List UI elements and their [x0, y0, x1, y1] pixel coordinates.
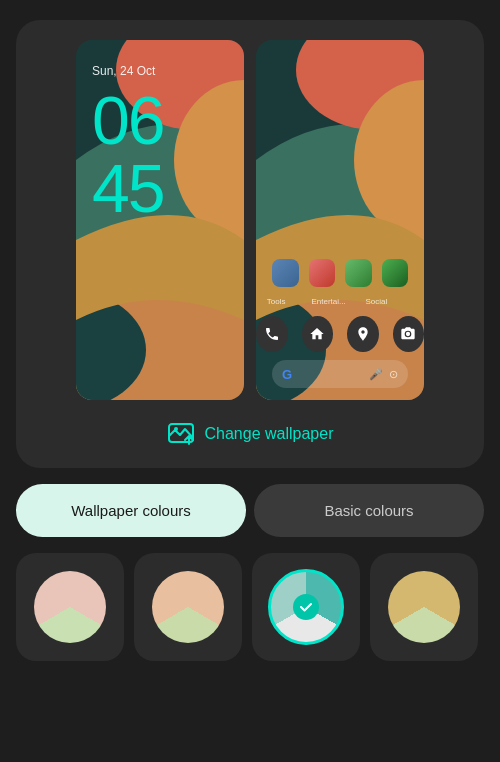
app-labels: Tools Entertai... Social: [256, 297, 424, 306]
swatch-3[interactable]: [252, 553, 360, 661]
search-bar: G 🎤 ⊙: [272, 360, 408, 388]
lock-screen-preview: Sun, 24 Oct 06 45: [76, 40, 244, 400]
app-icons-row: [256, 259, 424, 287]
change-wallpaper-icon: [167, 420, 195, 448]
dock-phone: [256, 316, 288, 352]
lens-icon: ⊙: [389, 368, 398, 381]
dock-home: [302, 316, 334, 352]
preview-card: Sun, 24 Oct 06 45: [16, 20, 484, 468]
home-screen-preview: Tools Entertai... Social: [256, 40, 424, 400]
app-icon-social: [345, 259, 372, 287]
lock-date: Sun, 24 Oct: [92, 64, 228, 78]
tab-group: Wallpaper colours Basic colours: [16, 484, 484, 537]
swatch-4[interactable]: [370, 553, 478, 661]
app-label-tools: Tools: [267, 297, 286, 306]
app-icon-tools: [272, 259, 299, 287]
color-swatches: [16, 553, 484, 671]
mic-icon: 🎤: [369, 368, 383, 381]
swatch-4-circle: [388, 571, 460, 643]
svg-point-11: [174, 427, 178, 431]
tab-wallpaper-colours[interactable]: Wallpaper colours: [16, 484, 246, 537]
app-icon-wa: [382, 259, 409, 287]
swatch-2-circle: [152, 571, 224, 643]
dock-camera: [393, 316, 425, 352]
lock-time: 06 45: [92, 86, 228, 222]
tab-basic-colours[interactable]: Basic colours: [254, 484, 484, 537]
app-label-social: Social: [365, 297, 387, 306]
change-wallpaper-button[interactable]: Change wallpaper: [167, 400, 334, 468]
app-icon-entertainment: [309, 259, 336, 287]
swatch-2[interactable]: [134, 553, 242, 661]
swatch-1-circle: [34, 571, 106, 643]
google-g-logo: G: [282, 367, 292, 382]
dock-maps: [347, 316, 379, 352]
swatch-check-icon: [293, 594, 319, 620]
lock-screen-content: Sun, 24 Oct 06 45: [76, 40, 244, 400]
app-label-ent: Entertai...: [311, 297, 339, 306]
phone-previews: Sun, 24 Oct 06 45: [36, 40, 464, 400]
dock-row: [256, 316, 424, 352]
lock-hours: 06: [92, 86, 228, 154]
home-screen-content: Tools Entertai... Social: [256, 40, 424, 400]
swatch-1[interactable]: [16, 553, 124, 661]
lock-minutes: 45: [92, 154, 228, 222]
change-wallpaper-label: Change wallpaper: [205, 425, 334, 443]
